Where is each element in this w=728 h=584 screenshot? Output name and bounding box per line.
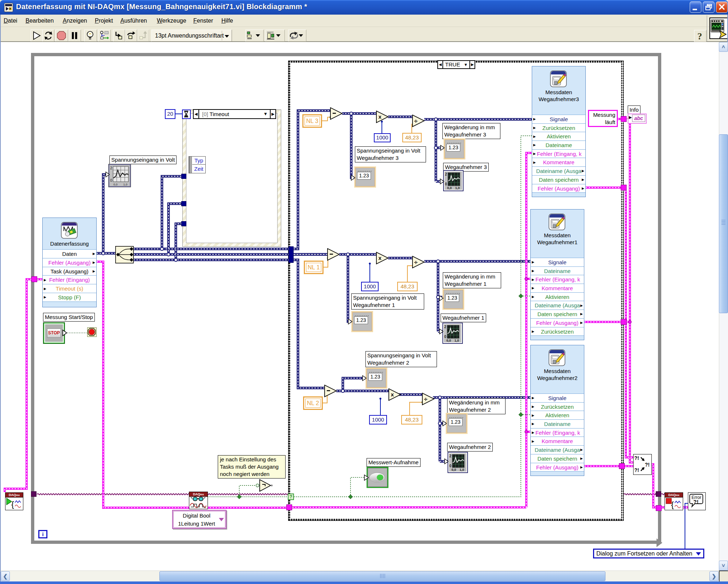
svg-text:{: {: [671, 500, 674, 509]
svg-text:x: x: [379, 114, 382, 120]
svg-text:0: 0: [445, 182, 447, 186]
svg-text:2: 2: [449, 454, 452, 458]
svg-text:?!: ?!: [693, 499, 698, 505]
svg-text:0,0: 0,0: [452, 468, 456, 472]
svg-text:0,0: 0,0: [446, 339, 451, 342]
svg-text:x: x: [379, 255, 382, 261]
svg-text:0: 0: [449, 464, 452, 468]
svg-text:?!: ?!: [634, 467, 639, 473]
svg-text:÷: ÷: [424, 396, 427, 403]
svg-text:÷: ÷: [414, 118, 418, 124]
svg-text:0: 0: [444, 335, 446, 339]
svg-text:1,0: 1,0: [460, 468, 464, 472]
svg-text:{: {: [11, 500, 14, 509]
svg-text:0: 0: [110, 178, 112, 182]
svg-text:?!: ?!: [645, 462, 650, 468]
svg-text:1,0: 1,0: [454, 339, 459, 342]
svg-text:2: 2: [110, 166, 112, 170]
svg-text:0,0: 0,0: [113, 183, 118, 186]
svg-text:x: x: [391, 391, 394, 397]
svg-text:1,0: 1,0: [455, 186, 460, 190]
svg-text:0,0: 0,0: [447, 186, 452, 190]
svg-text:1,0: 1,0: [123, 183, 128, 186]
svg-text:2: 2: [444, 325, 446, 329]
svg-text:÷: ÷: [414, 259, 418, 266]
svg-text:2: 2: [445, 172, 447, 176]
svg-text:?!: ?!: [634, 455, 639, 461]
